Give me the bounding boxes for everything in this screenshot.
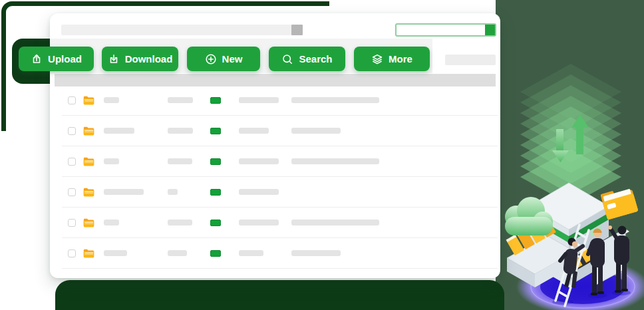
file-detail-placeholder [239,158,279,164]
decor-bottom-bar [55,280,504,310]
status-badge [210,189,221,196]
file-name-placeholder [104,189,144,195]
folder-icon [83,157,94,166]
row-checkbox[interactable] [68,188,76,196]
folder-icon [83,126,94,136]
row-divider [62,268,498,269]
search-button-label: Search [299,53,332,65]
file-extra-placeholder [291,158,379,164]
status-badge [210,97,221,104]
row-checkbox[interactable] [68,158,76,166]
upload-icon [31,53,43,65]
table-row[interactable] [50,208,500,238]
status-badge [210,128,221,134]
file-size-placeholder [168,189,178,195]
file-size-placeholder [168,158,192,164]
file-name-placeholder [104,128,134,134]
row-checkbox[interactable] [68,219,76,227]
new-button-label: New [222,53,243,65]
folder-icon [83,96,94,105]
file-name-placeholder [104,220,119,226]
illustration [491,57,644,310]
file-size-placeholder [168,250,187,256]
more-button[interactable]: More [354,47,430,71]
row-checkbox[interactable] [68,127,76,135]
search-button[interactable]: Search [269,47,345,71]
status-badge [210,220,221,226]
file-size-placeholder [168,128,193,134]
file-extra-placeholder [291,97,379,103]
file-detail-placeholder [239,189,279,195]
search-icon [281,53,293,65]
status-badge [210,250,221,257]
file-detail-placeholder [239,250,263,256]
folder-icon [83,188,94,197]
table-row[interactable] [50,116,500,146]
hero-banner: Upload Download New Search More [0,0,644,310]
file-detail-placeholder [239,97,279,103]
file-detail-placeholder [239,220,279,226]
file-extra-placeholder [291,250,341,256]
download-button-label: Download [125,53,173,65]
plus-circle-icon [205,53,217,65]
row-checkbox[interactable] [68,96,76,104]
more-button-label: More [389,53,412,65]
layers-icon [371,53,383,65]
upload-button-label: Upload [48,53,82,65]
file-name-placeholder [104,250,127,256]
table-row[interactable] [50,177,500,208]
file-name-placeholder [104,97,119,103]
new-button[interactable]: New [187,47,260,71]
download-button[interactable]: Download [102,47,178,71]
file-extra-placeholder [291,128,341,134]
table-row[interactable] [50,238,500,269]
file-size-placeholder [168,220,192,226]
table-row[interactable] [50,85,500,116]
file-detail-placeholder [239,128,269,134]
upload-button[interactable]: Upload [19,47,94,71]
table-row[interactable] [50,146,500,177]
status-badge [210,158,221,165]
folder-icon [83,249,94,258]
download-icon [108,53,120,65]
file-extra-placeholder [291,220,379,226]
row-checkbox[interactable] [68,249,76,257]
file-name-placeholder [104,158,119,164]
folder-icon [83,218,94,228]
file-size-placeholder [168,97,193,103]
